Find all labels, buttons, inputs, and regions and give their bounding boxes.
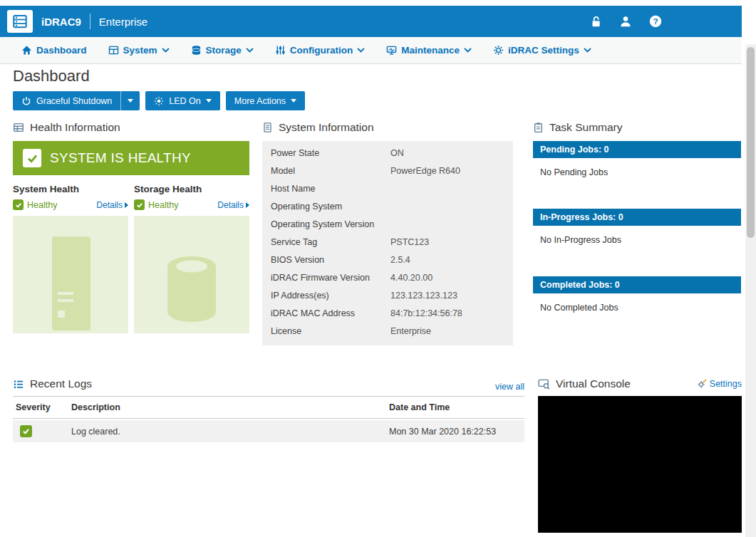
in-progress-jobs-group: In-Progress Jobs: 0 No In-Progress Jobs xyxy=(533,209,741,255)
info-label: IP Address(es) xyxy=(271,291,390,301)
graceful-shutdown-dropdown-button[interactable] xyxy=(121,91,140,110)
user-icon[interactable] xyxy=(619,15,632,28)
log-severity xyxy=(13,425,71,437)
info-label: BIOS Version xyxy=(271,255,390,266)
unlock-icon[interactable] xyxy=(589,15,602,28)
info-row: iDRAC MAC Address 84:7b:12:34:56:78 xyxy=(262,305,513,323)
info-row: License Enterprise xyxy=(262,323,513,340)
info-row: Service Tag PSTC123 xyxy=(262,234,513,251)
info-label: Host Name xyxy=(271,184,390,194)
info-row: IP Address(es) 123.123.123.123 xyxy=(262,287,513,305)
storage-health-details-link[interactable]: Details xyxy=(217,200,249,210)
info-value: PSTC123 xyxy=(390,237,429,248)
console-monitor-icon xyxy=(538,378,550,390)
completed-jobs-body: No Completed Jobs xyxy=(533,293,741,323)
info-label: Model xyxy=(271,166,390,177)
storage-health-title: Storage Health xyxy=(134,184,249,194)
vertical-scrollbar[interactable] xyxy=(745,44,756,537)
info-label: License xyxy=(271,326,390,337)
tower-server-art-icon xyxy=(38,226,103,333)
info-value: Enterprise xyxy=(390,326,431,337)
system-info-panel: Power State ON Model PowerEdge R640 Host… xyxy=(262,141,513,345)
column-description: Description xyxy=(71,402,389,412)
arrow-right-icon xyxy=(125,202,128,208)
license-edition: Enterprise xyxy=(99,16,147,28)
graceful-shutdown-button[interactable]: Graceful Shutdown xyxy=(13,91,121,110)
chevron-down-icon xyxy=(246,48,254,53)
health-information-section: Health Information SYSTEM IS HEALTHY Sys… xyxy=(13,120,249,333)
info-row: Model PowerEdge R640 xyxy=(262,162,513,180)
chevron-down-icon xyxy=(357,48,365,53)
info-value: 84:7b:12:34:56:78 xyxy=(390,308,462,319)
nav-configuration[interactable]: Configuration xyxy=(275,45,365,56)
nav-system[interactable]: System xyxy=(108,45,170,56)
task-summary-section: Task Summary Pending Jobs: 0 No Pending … xyxy=(533,120,741,344)
ok-check-icon xyxy=(20,425,32,437)
chevron-down-icon xyxy=(464,48,472,53)
scrollbar-thumb[interactable] xyxy=(747,47,755,238)
caret-down-icon xyxy=(206,99,212,103)
log-description: Log cleared. xyxy=(71,427,389,437)
recent-logs-title: Recent Logs xyxy=(30,377,92,390)
console-settings-link[interactable]: Settings xyxy=(697,379,742,389)
info-value: 123.123.123.123 xyxy=(390,291,457,301)
info-row: iDRAC Firmware Version 4.40.20.00 xyxy=(262,269,513,287)
system-health-status: Healthy Details xyxy=(13,199,128,210)
main-navbar: Dashboard System Storage xyxy=(0,37,742,64)
info-row: BIOS Version 2.5.4 xyxy=(262,251,513,269)
led-on-label: LED On xyxy=(169,96,200,106)
details-label: Details xyxy=(96,200,123,210)
configuration-icon xyxy=(275,45,286,56)
completed-jobs-group: Completed Jobs: 0 No Completed Jobs xyxy=(533,276,741,323)
storage-cylinder-art-icon xyxy=(157,248,226,333)
virtual-console-header: Virtual Console Settings xyxy=(538,376,742,392)
info-value: 4.40.20.00 xyxy=(390,273,433,283)
info-label: Operating System xyxy=(271,202,390,212)
ok-check-icon xyxy=(13,199,24,210)
in-progress-jobs-header: In-Progress Jobs: 0 xyxy=(533,209,741,226)
task-summary-header: Task Summary xyxy=(533,120,741,135)
system-info-header: System Information xyxy=(262,120,513,135)
help-icon[interactable]: ? xyxy=(649,15,662,28)
nav-label: Dashboard xyxy=(36,45,87,56)
nav-label: iDRAC Settings xyxy=(508,45,579,56)
pending-jobs-group: Pending Jobs: 0 No Pending Jobs xyxy=(533,141,741,187)
storage-health-value: Healthy xyxy=(148,200,178,210)
nav-maintenance[interactable]: Maintenance xyxy=(386,45,472,56)
info-row: Host Name xyxy=(262,180,513,198)
info-value: 2.5.4 xyxy=(390,255,410,266)
view-all-link[interactable]: view all xyxy=(495,382,524,392)
svg-text:?: ? xyxy=(653,16,658,26)
log-row: Log cleared. Mon 30 Mar 2020 16:22:53 xyxy=(13,420,524,442)
info-label: Power State xyxy=(271,148,390,159)
info-row: Power State ON xyxy=(262,145,513,162)
storage-health-art xyxy=(134,216,249,333)
health-section-title: Health Information xyxy=(30,121,120,134)
nav-idrac-settings[interactable]: iDRAC Settings xyxy=(493,45,591,56)
idrac-dashboard-screen: iDRAC9 Enterprise ? xyxy=(0,0,756,537)
list-icon xyxy=(13,379,24,390)
log-datetime: Mon 30 Mar 2020 16:22:53 xyxy=(389,427,524,437)
nav-storage[interactable]: Storage xyxy=(191,45,254,56)
info-row: Operating System xyxy=(262,198,513,216)
system-health-art xyxy=(13,216,128,333)
caret-down-icon xyxy=(291,99,296,103)
system-health-card: System Health Healthy Details xyxy=(13,181,128,333)
caret-down-icon xyxy=(128,99,133,103)
virtual-console-preview[interactable] xyxy=(538,396,742,533)
chevron-down-icon xyxy=(162,48,170,53)
chevron-down-icon xyxy=(584,48,591,53)
led-on-button[interactable]: LED On xyxy=(145,91,219,110)
virtual-console-section: Virtual Console Settings xyxy=(538,376,742,533)
system-health-details-link[interactable]: Details xyxy=(96,200,128,210)
column-date: Date and Time xyxy=(389,402,524,412)
home-icon xyxy=(21,45,32,56)
document-icon xyxy=(262,122,273,133)
nav-dashboard[interactable]: Dashboard xyxy=(21,45,87,56)
masthead: iDRAC9 Enterprise ? xyxy=(0,6,742,37)
more-actions-button[interactable]: More Actions xyxy=(226,91,305,110)
health-cards: System Health Healthy Details xyxy=(13,181,249,333)
nav-label: System xyxy=(123,45,157,56)
system-healthy-text: SYSTEM IS HEALTHY xyxy=(50,150,191,166)
led-icon xyxy=(154,96,164,106)
